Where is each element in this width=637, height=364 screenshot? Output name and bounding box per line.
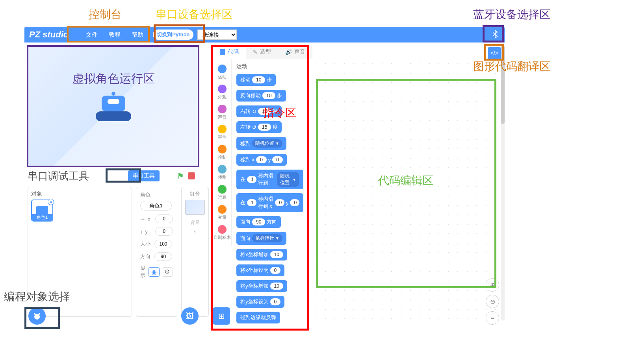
category-dot bbox=[218, 125, 227, 133]
green-flag-button[interactable]: ⚑ bbox=[177, 171, 184, 181]
block-set-y[interactable]: 将y坐标设为 0 bbox=[236, 296, 284, 308]
block-glidexy-x-input[interactable]: 0 bbox=[275, 199, 284, 206]
category-变量[interactable]: 变量 bbox=[213, 203, 231, 223]
zoom-reset-button[interactable]: = bbox=[486, 311, 499, 325]
block-glide-sec-input[interactable]: 1 bbox=[247, 176, 256, 183]
add-sprite-button[interactable] bbox=[28, 307, 46, 325]
block-glidexy-y-input[interactable]: 0 bbox=[290, 199, 299, 206]
category-dot bbox=[218, 225, 227, 234]
stage-thumb[interactable] bbox=[185, 200, 205, 215]
add-backdrop-button[interactable]: 🖼 bbox=[181, 307, 199, 325]
block-move-back[interactable]: 反向移动 10 步 bbox=[236, 90, 286, 102]
category-label: 自制积木 bbox=[214, 235, 231, 240]
block-change-y-input[interactable]: 10 bbox=[270, 283, 283, 290]
sprite-name-input[interactable] bbox=[140, 201, 172, 211]
category-label: 运算 bbox=[218, 194, 227, 200]
code-tab-icon bbox=[220, 49, 225, 55]
category-声音[interactable]: 声音 bbox=[213, 102, 231, 122]
arrows-h-icon: ↔ bbox=[140, 216, 145, 222]
block-change-x-input[interactable]: 10 bbox=[270, 251, 283, 258]
block-move-input[interactable]: 10 bbox=[252, 76, 265, 83]
size-input[interactable] bbox=[154, 240, 172, 248]
y-input[interactable] bbox=[155, 227, 173, 236]
block-goto-dropdown[interactable]: 随机位置▼ bbox=[252, 139, 282, 148]
tab-code-label: 代码 bbox=[228, 48, 239, 55]
block-point-dropdown[interactable]: 鼠标指针▼ bbox=[252, 234, 282, 242]
tab-costume[interactable]: ✎ 造型 bbox=[246, 45, 278, 59]
category-运算[interactable]: 运算 bbox=[213, 183, 231, 203]
block-set-x[interactable]: 将x坐标设为 0 bbox=[236, 264, 284, 276]
category-label: 运动 bbox=[218, 74, 227, 80]
block-goto-xy[interactable]: 移到 x 0 y 0 bbox=[236, 154, 287, 166]
block-goto-random[interactable]: 移到 随机位置▼ bbox=[236, 137, 286, 150]
serial-tool-button[interactable]: 串口工具 bbox=[128, 170, 160, 181]
category-自制积木[interactable]: 自制积木 bbox=[213, 223, 231, 243]
zoom-controls: ⊕ ⊖ = bbox=[486, 278, 499, 325]
scrollbar-thumb[interactable] bbox=[501, 45, 505, 124]
zoom-out-button[interactable]: ⊖ bbox=[486, 295, 499, 308]
category-dot bbox=[218, 185, 227, 194]
direction-input[interactable] bbox=[154, 252, 172, 261]
sprite-thumb[interactable]: ✕ 角色1 bbox=[31, 200, 53, 222]
stage-controls: 串口工具 ⚑ bbox=[28, 167, 199, 185]
block-point-dir-input[interactable]: 90 bbox=[252, 218, 265, 225]
menu-file[interactable]: 文件 bbox=[86, 31, 98, 39]
block-goto-y-input[interactable]: 0 bbox=[272, 156, 283, 163]
block-goto-x-input[interactable]: 0 bbox=[256, 156, 267, 163]
annotation-stage-area: 虚拟角色运行区 bbox=[28, 71, 199, 87]
category-控制[interactable]: 控制 bbox=[213, 142, 231, 163]
category-label: 侦测 bbox=[218, 174, 227, 180]
category-dot bbox=[218, 165, 227, 174]
zoom-in-button[interactable]: ⊕ bbox=[486, 278, 499, 292]
x-input[interactable] bbox=[155, 214, 173, 223]
category-外观[interactable]: 外观 bbox=[213, 82, 231, 102]
block-set-x-input[interactable]: 0 bbox=[270, 267, 281, 274]
block-turn-left-input[interactable]: 15 bbox=[258, 124, 271, 131]
category-侦测[interactable]: 侦测 bbox=[213, 163, 231, 183]
category-label: 外观 bbox=[218, 94, 227, 100]
tab-code[interactable]: 代码 bbox=[213, 45, 246, 59]
block-point-mouse[interactable]: 面向 鼠标指针▼ bbox=[236, 232, 286, 245]
block-glide-dropdown[interactable]: 随机位置▼ bbox=[277, 172, 299, 187]
code-workspace[interactable] bbox=[311, 59, 498, 319]
speaker-icon: 🔊 bbox=[285, 49, 292, 55]
block-glide-random[interactable]: 在 1 秒内滑行到 随机位置▼ bbox=[236, 170, 303, 189]
block-turn-right-input[interactable]: 15 bbox=[258, 108, 271, 115]
block-turn-left[interactable]: 左转 ↺ 15 度 bbox=[236, 121, 282, 133]
category-label: 变量 bbox=[218, 214, 227, 220]
block-glidexy-sec-input[interactable]: 1 bbox=[247, 199, 256, 206]
category-dot bbox=[218, 85, 227, 93]
block-set-y-input[interactable]: 0 bbox=[270, 298, 281, 305]
menu-help[interactable]: 帮助 bbox=[132, 31, 143, 39]
block-turn-right[interactable]: 右转 ↻ 15 度 bbox=[236, 105, 282, 117]
show-button[interactable]: ◉ bbox=[149, 267, 160, 277]
stop-button[interactable] bbox=[188, 172, 195, 179]
add-extension-button[interactable]: ⊞ bbox=[213, 307, 230, 325]
delete-sprite-button[interactable]: ✕ bbox=[48, 199, 54, 205]
hide-button[interactable]: ⦰ bbox=[162, 267, 173, 277]
code-toggle-button[interactable]: </> bbox=[488, 47, 501, 59]
sprite-robot[interactable] bbox=[96, 92, 131, 121]
switch-python-button[interactable]: 切换到Python bbox=[153, 30, 193, 40]
vertical-scrollbar[interactable] bbox=[501, 45, 505, 321]
block-point-dir[interactable]: 面向 90 方向 bbox=[236, 216, 281, 228]
block-change-x[interactable]: 将x坐标增加 10 bbox=[236, 249, 287, 261]
block-move[interactable]: 移动 10 步 bbox=[236, 74, 276, 86]
category-事件[interactable]: 事件 bbox=[213, 122, 231, 142]
category-dot bbox=[218, 65, 227, 73]
stage-area[interactable]: 虚拟角色运行区 bbox=[28, 45, 199, 167]
block-glide-xy[interactable]: 在 1 秒内滑行到 x 0 y 0 bbox=[236, 193, 303, 212]
code-icon: </> bbox=[490, 50, 498, 56]
arrows-v-icon: ↕ bbox=[140, 229, 143, 235]
sprite-name-label: 角色 bbox=[140, 191, 173, 198]
connection-select[interactable]: 未连接 bbox=[197, 30, 237, 40]
block-bounce[interactable]: 碰到边缘就反弹 bbox=[236, 312, 280, 323]
bluetooth-button[interactable] bbox=[487, 28, 503, 41]
block-move-back-input[interactable]: 10 bbox=[262, 92, 275, 99]
category-运动[interactable]: 运动 bbox=[213, 62, 231, 82]
minus-icon: ⊖ bbox=[490, 298, 495, 305]
menu-tutorial[interactable]: 教程 bbox=[109, 31, 121, 39]
tab-sound[interactable]: 🔊 声音 bbox=[278, 45, 312, 59]
extension-icon: ⊞ bbox=[218, 311, 225, 321]
block-change-y[interactable]: 将y坐标增加 10 bbox=[236, 280, 287, 292]
